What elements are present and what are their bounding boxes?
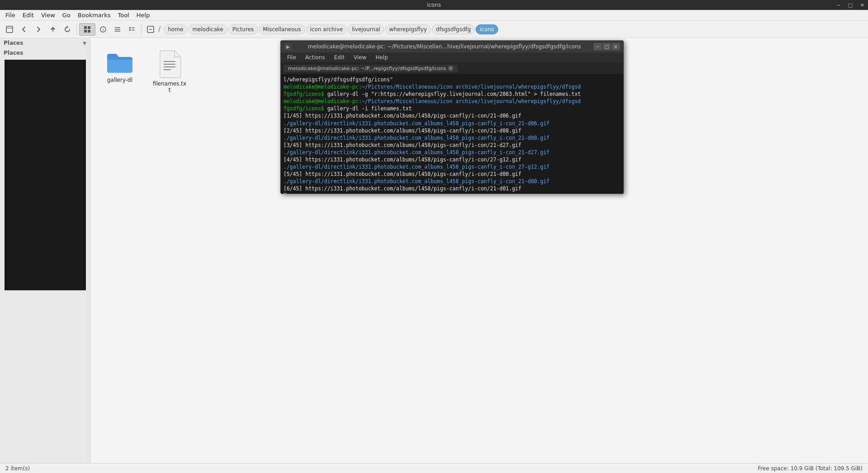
breadcrumb-home[interactable]: home xyxy=(164,24,187,34)
terminal-minimize-button[interactable]: ─ xyxy=(594,43,602,50)
terminal-line-3: fgsdfg/icons$ gallery-dl -g "r:https://w… xyxy=(283,90,621,98)
toolbar-separator-2 xyxy=(141,24,142,35)
sidebar-thumbnail xyxy=(5,60,86,290)
title-text: icons xyxy=(427,2,441,8)
breadcrumb-livejournal[interactable]: livejournal xyxy=(348,24,384,34)
terminal-tabs: melodicake@melodicake-pc: ~/P...repigsfl… xyxy=(281,62,623,74)
terminal-menu-file[interactable]: File xyxy=(283,54,300,61)
menu-view[interactable]: View xyxy=(38,11,59,19)
terminal-menu-view[interactable]: View xyxy=(350,54,370,61)
svg-rect-2 xyxy=(84,26,87,29)
terminal-line-4: melodicake@melodicake-pc:~/Pictures/Misc… xyxy=(283,98,621,105)
file-item-gallery-dl[interactable]: gallery-dl xyxy=(99,47,140,96)
menu-bar: File Edit View Go Bookmarks Tool Help xyxy=(0,10,868,21)
title-controls: ─ □ ✕ xyxy=(833,0,868,10)
svg-rect-3 xyxy=(88,26,90,29)
sidebar-places-label2: Places xyxy=(0,48,90,58)
breadcrumb-dfsgsdfgsdfg[interactable]: dfsgsdfgsdfg xyxy=(432,24,475,34)
terminal-line-8: [2/45] https://i331.photobucket.com/albu… xyxy=(283,127,621,134)
svg-rect-13 xyxy=(129,29,131,31)
close-button[interactable]: ✕ xyxy=(856,0,868,10)
svg-rect-11 xyxy=(129,27,131,28)
terminal-menu: File Actions Edit View Help xyxy=(281,52,623,62)
file-item-filenames[interactable]: filenames.txt xyxy=(149,47,190,96)
terminal-line-12: [4/45] https://i331.photobucket.com/albu… xyxy=(283,156,621,163)
terminal-line-10: [3/45] https://i331.photobucket.com/albu… xyxy=(283,142,621,149)
terminal-title-controls: ─ □ ✕ xyxy=(594,43,620,50)
toolbar-separator-1 xyxy=(76,24,77,35)
breadcrumb-melodicake[interactable]: melodicake xyxy=(188,24,227,34)
file-label-gallery-dl: gallery-dl xyxy=(107,77,132,83)
terminal-menu-actions[interactable]: Actions xyxy=(302,54,329,61)
list-view-button[interactable] xyxy=(125,23,139,36)
file-label-filenames: filenames.txt xyxy=(152,80,187,93)
menu-help[interactable]: Help xyxy=(133,11,154,19)
breadcrumb-pictures[interactable]: Pictures xyxy=(228,24,258,34)
menu-file[interactable]: File xyxy=(2,11,19,19)
grid-view-button[interactable] xyxy=(79,23,95,36)
sidebar: Places ▼ Places xyxy=(0,38,90,463)
terminal-tab-label: melodicake@melodicake-pc: ~/P...repigsfl… xyxy=(288,66,446,71)
terminal-line-11: ./gallery-dl/directlink/i331.photobucket… xyxy=(283,149,621,156)
terminal-line-5: fgsdfg/icons$ gallery-dl -i filenames.tx… xyxy=(283,105,621,112)
breadcrumb-wherepigsflyy[interactable]: wherepigsflyy xyxy=(385,24,431,34)
status-bar: 2 item(s) Free space: 10.9 GiB (Total: 1… xyxy=(0,463,868,473)
terminal-menu-edit[interactable]: Edit xyxy=(330,54,348,61)
minimize-button[interactable]: ─ xyxy=(833,0,844,10)
sidebar-arrow: ▼ xyxy=(83,41,86,46)
menu-tool[interactable]: Tool xyxy=(114,11,132,19)
back-button[interactable] xyxy=(17,23,31,36)
terminal-tab-1[interactable]: melodicake@melodicake-pc: ~/P...repigsfl… xyxy=(283,65,458,72)
terminal-line-2: melodicake@melodicake-pc:~/Pictures/Misc… xyxy=(283,83,621,90)
file-area: gallery-dl filenames.txt xyxy=(90,38,868,463)
menu-go[interactable]: Go xyxy=(59,11,74,19)
svg-text:i: i xyxy=(103,28,104,32)
menu-bookmarks[interactable]: Bookmarks xyxy=(74,11,114,19)
info-button[interactable]: i xyxy=(96,23,110,36)
terminal-line-16: [6/45] https://i331.photobucket.com/albu… xyxy=(283,185,621,192)
terminal-maximize-button[interactable]: □ xyxy=(603,43,611,50)
terminal-line-6: [1/45] https://i331.photobucket.com/albu… xyxy=(283,112,621,119)
breadcrumb-miscellaneous[interactable]: Miscellaneous xyxy=(259,24,305,34)
up-button[interactable] xyxy=(46,23,60,36)
title-bar: icons ─ □ ✕ xyxy=(0,0,868,10)
terminal-line-14: [5/45] https://i331.photobucket.com/albu… xyxy=(283,170,621,178)
free-space: Free space: 10.9 GiB (Total: 109.5 GiB) xyxy=(758,465,863,472)
file-icon-filenames xyxy=(157,50,182,79)
icon-slash: / xyxy=(158,25,160,33)
terminal-title-bar: ▶ melodicake@melodicake-pc: ~/Pictures/M… xyxy=(281,41,623,52)
compact-view-button[interactable] xyxy=(111,23,124,36)
toolbar: i / home melodicake Pictures Miscellaneo… xyxy=(0,21,868,38)
new-window-button[interactable] xyxy=(3,23,16,36)
terminal-icon: ▶ xyxy=(284,43,292,50)
terminal-title-text: melodicake@melodicake-pc: ~/Pictures/Mis… xyxy=(295,43,594,50)
sidebar-places-label: Places xyxy=(4,40,23,46)
terminal-window: ▶ melodicake@melodicake-pc: ~/Pictures/M… xyxy=(280,40,624,194)
reload-button[interactable] xyxy=(61,23,74,36)
svg-rect-0 xyxy=(6,26,13,33)
terminal-close-button[interactable]: ✕ xyxy=(612,43,620,50)
terminal-line-7: ./gallery-dl/directlink/i331.photobucket… xyxy=(283,120,621,127)
svg-rect-5 xyxy=(88,30,90,33)
terminal-tab-close[interactable]: ✕ xyxy=(448,66,453,71)
terminal-line-15: ./gallery-dl/directlink/i331.photobucket… xyxy=(283,178,621,185)
svg-rect-4 xyxy=(84,30,87,33)
terminal-line-13: ./gallery-dl/directlink/i331.photobucket… xyxy=(283,163,621,170)
menu-edit[interactable]: Edit xyxy=(19,11,38,19)
breadcrumb-icons[interactable]: icons xyxy=(476,24,498,34)
icon-toggle-button[interactable] xyxy=(144,23,157,36)
forward-button[interactable] xyxy=(32,23,45,36)
folder-icon-gallery-dl xyxy=(105,50,134,75)
breadcrumb: home melodicake Pictures Miscellaneous i… xyxy=(163,24,498,34)
items-count: 2 item(s) xyxy=(5,465,30,472)
terminal-cursor-line xyxy=(283,193,621,194)
main-area: Places ▼ Places gallery-dl xyxy=(0,38,868,463)
terminal-line-1: l/wherepigsflyy/dfsgsdfgsdfg/icons" xyxy=(283,76,621,83)
breadcrumb-icon-archive[interactable]: icon archive xyxy=(306,24,347,34)
terminal-line-9: ./gallery-dl/directlink/i331.photobucket… xyxy=(283,134,621,142)
sidebar-places-header: Places ▼ xyxy=(0,38,90,48)
maximize-button[interactable]: □ xyxy=(844,0,856,10)
terminal-body[interactable]: l/wherepigsflyy/dfsgsdfgsdfg/icons" melo… xyxy=(281,74,623,194)
terminal-menu-help[interactable]: Help xyxy=(372,54,392,61)
